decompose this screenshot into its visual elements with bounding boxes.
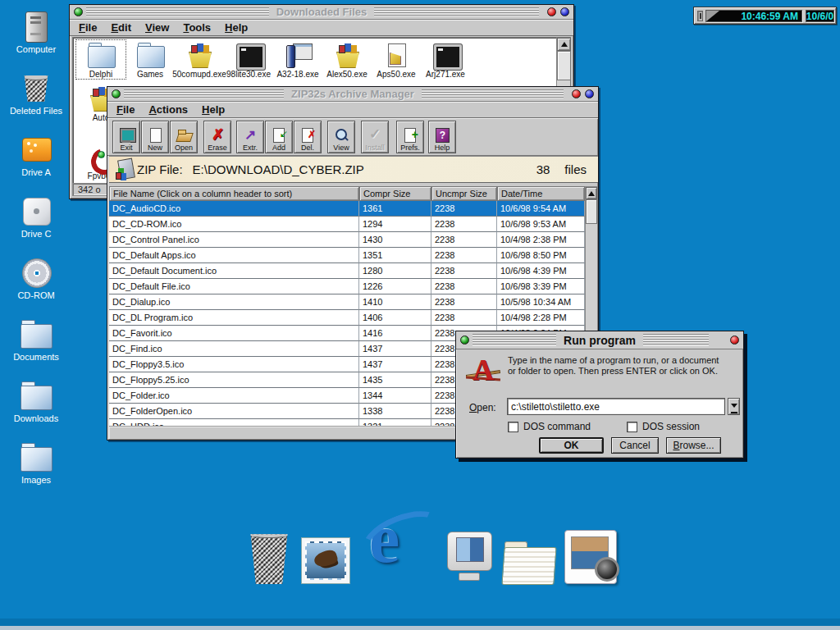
dos-command-label: DOS command (523, 421, 591, 432)
cancel-button[interactable]: Cancel (611, 437, 659, 454)
desktop-icon-images[interactable]: Images (5, 442, 67, 485)
prefs-button[interactable]: Prefs. (396, 121, 424, 153)
toolbar-button-icon (402, 127, 418, 144)
file-icon-item[interactable]: 50comupd.exe (175, 40, 224, 79)
table-column-header[interactable]: Date/Time (497, 186, 585, 201)
ok-button[interactable]: OK (539, 437, 604, 454)
maximize-gem-icon[interactable] (585, 89, 594, 98)
close-gem-icon[interactable] (112, 89, 121, 98)
photos-icon[interactable] (564, 530, 617, 584)
menu-item[interactable]: View (145, 21, 169, 34)
desktop-icon-drive-a[interactable]: Drive A (5, 135, 67, 177)
desktop-icon-label: Downloads (14, 413, 58, 423)
cell-date-time: 10/6/98 9:54 AM (497, 201, 585, 217)
close-gem-icon[interactable] (74, 7, 83, 16)
run-dialog-titlebar[interactable]: Run program (456, 331, 743, 349)
scroll-up-button[interactable] (586, 187, 597, 199)
scroll-up-button[interactable] (557, 38, 571, 51)
zip-menubar: FileActionsHelp (107, 102, 598, 118)
toolbar-button-label: View (333, 144, 349, 152)
cell-compr-size: 1361 (359, 201, 431, 217)
table-row[interactable]: DC_Control Panel.ico 1430 2238 10/4/98 2… (109, 232, 585, 248)
open-button[interactable]: Open (170, 121, 198, 153)
desktop-icon-drive-c[interactable]: Drive C (5, 196, 67, 239)
delete-button[interactable]: Del. (294, 121, 322, 153)
minimize-gem-icon[interactable] (572, 89, 581, 98)
desktop-icon-label: Drive A (21, 167, 50, 177)
zip-titlebar[interactable]: ZIP32s Archive Manager (107, 87, 598, 102)
close-gem-icon[interactable] (460, 336, 469, 345)
menu-item[interactable]: Edit (111, 21, 131, 34)
erase-button[interactable]: Erase (203, 121, 231, 153)
minimize-gem-icon[interactable] (547, 7, 556, 16)
file-icon-item[interactable]: 98lite30.exe (224, 40, 273, 79)
table-row[interactable]: DC_Default Apps.ico 1351 2238 10/6/98 8:… (109, 248, 585, 263)
cell-compr-size: 1430 (359, 232, 431, 248)
desktop-icon-deleted-files[interactable]: Deleted Files (5, 73, 67, 116)
up-arrow-icon (561, 39, 568, 47)
add-button[interactable]: Add (265, 121, 293, 153)
minimize-gem-icon[interactable] (730, 336, 739, 345)
desktop-icon-downloads[interactable]: Downloads (5, 381, 67, 423)
clock-widget[interactable]: 10:46:59 AM 10/6/0 (693, 7, 837, 25)
menu-item[interactable]: Help (202, 103, 225, 116)
table-row[interactable]: DC_Default Document.ico 1280 2238 10/6/9… (109, 263, 585, 279)
table-row[interactable]: DC_CD-ROM.ico 1294 2238 10/6/98 9:53 AM (109, 217, 585, 232)
scrollbar-thumb[interactable] (586, 199, 597, 224)
desktop-icon-computer[interactable]: Computer (5, 11, 67, 54)
trash-icon[interactable] (248, 532, 290, 584)
cell-file-name: DC_DL Program.ico (109, 310, 359, 326)
folder-icon[interactable] (503, 541, 554, 584)
file-icon-item[interactable]: Aps50.exe (372, 40, 421, 79)
cell-uncmpr-size: 2238 (431, 279, 497, 294)
file-icon-item[interactable]: Delphi (76, 40, 126, 79)
menu-item[interactable]: Help (225, 21, 248, 34)
dos-command-checkbox[interactable] (508, 422, 518, 432)
file-icon-item[interactable]: Arj271.exe (421, 40, 470, 79)
exit-button[interactable]: Exit (112, 121, 140, 153)
desktop-icon-cd-rom[interactable]: CD-ROM (5, 258, 67, 300)
new-button[interactable]: New (141, 121, 169, 153)
table-column-header[interactable]: File Name (Click on a column header to s… (109, 186, 359, 201)
dos-session-checkbox-row: DOS session (627, 421, 700, 432)
view-button[interactable]: View (327, 121, 355, 153)
table-row[interactable]: DC_Dialup.ico 1410 2238 10/5/98 10:34 AM (109, 294, 585, 310)
menu-item[interactable]: Tools (183, 21, 211, 34)
clock-time: 10:46:59 AM (705, 10, 802, 22)
monitor-icon[interactable] (445, 532, 492, 584)
clock-grip[interactable] (697, 11, 703, 21)
desktop-icon-image (20, 381, 52, 410)
dos-command-checkbox-row: DOS command (508, 421, 591, 432)
scrollbar-thumb[interactable] (557, 51, 571, 80)
table-row[interactable]: DC_DL Program.ico 1406 2238 10/4/98 2:28… (109, 310, 585, 326)
desktop-icon-documents[interactable]: Documents (5, 319, 67, 362)
open-dropdown-button[interactable] (728, 398, 740, 415)
file-icon-item[interactable]: A32-18.exe (273, 40, 322, 79)
mail-stamp-icon[interactable] (301, 537, 350, 584)
open-input[interactable]: c:\stiletto\stiletto.exe (507, 398, 725, 415)
file-icon-item[interactable]: Games (126, 40, 175, 79)
table-row[interactable]: DC_Default File.ico 1226 2238 10/6/98 3:… (109, 279, 585, 294)
internet-explorer-icon[interactable] (361, 509, 435, 584)
browse-button[interactable]: Browse... (666, 437, 721, 454)
downloaded-files-titlebar[interactable]: Downloaded Files (70, 5, 573, 20)
maximize-gem-icon[interactable] (560, 7, 569, 16)
desktop-left-icons: Computer Deleted Files Drive A Drive C C… (5, 11, 67, 485)
menu-item[interactable]: File (116, 103, 135, 116)
table-column-header[interactable]: Uncmpr Size (431, 186, 497, 201)
file-icon-image (332, 42, 362, 68)
toolbar-button-icon (147, 127, 163, 144)
menu-item[interactable]: Actions (148, 103, 188, 116)
zip-file-label: ZIP File: (137, 162, 183, 176)
taskbar-edge (0, 619, 840, 626)
dos-session-checkbox[interactable] (627, 422, 637, 432)
file-icon-item[interactable]: Alex50.exe (322, 40, 372, 79)
help-button[interactable]: Help (428, 121, 456, 153)
cell-uncmpr-size: 2238 (431, 248, 497, 263)
install-button[interactable]: Install (361, 121, 389, 153)
extract-button[interactable]: Extr. (236, 121, 264, 153)
table-column-header[interactable]: Compr Size (359, 186, 431, 201)
table-row[interactable]: DC_AudioCD.ico 1361 2238 10/6/98 9:54 AM (109, 201, 585, 217)
open-label: Open: (469, 402, 496, 413)
menu-item[interactable]: File (79, 21, 97, 34)
